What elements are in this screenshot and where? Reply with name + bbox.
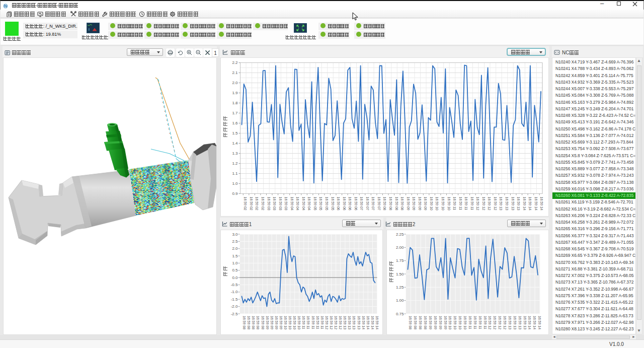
svg-text:16:59:13: 16:59:13 [343,316,347,329]
svg-text:16:59:14: 16:59:14 [534,197,538,211]
svg-text:16:59:08: 16:59:08 [389,197,392,211]
svg-text:16:59:12: 16:59:12 [334,316,338,329]
svg-text:16:59:10: 16:59:10 [458,316,462,329]
svg-text:16:59:09: 16:59:09 [429,316,432,329]
svg-text:16:59:14: 16:59:14 [533,316,536,329]
svg-text:1.7: 1.7 [232,111,238,115]
svg-text:16:59:07: 16:59:07 [366,197,369,211]
svg-text:16:59:10: 16:59:10 [293,316,296,329]
svg-text:16:59:04: 16:59:04 [296,197,299,211]
svg-text:0.0: 0.0 [232,275,238,280]
svg-text:16:59:12: 16:59:12 [330,316,333,329]
svg-text:16:59:07: 16:59:07 [360,197,363,211]
svg-text:2.5: 2.5 [232,239,238,244]
svg-text:16:59:09: 16:59:09 [418,197,422,211]
svg-text:16:59:03: 16:59:03 [273,197,276,211]
svg-text:16:59:09: 16:59:09 [412,197,416,211]
svg-text:16:59:13: 16:59:13 [513,316,517,329]
svg-text:1.9: 1.9 [232,91,238,95]
svg-text:1.4: 1.4 [232,141,238,146]
svg-text:16:59:10: 16:59:10 [447,197,451,211]
svg-text:16:59:10: 16:59:10 [297,316,301,329]
svg-text:16:59:13: 16:59:13 [518,316,522,329]
svg-text:16:59:14: 16:59:14 [523,197,526,211]
svg-text:1.6: 1.6 [232,121,238,125]
svg-text:16:59:02: 16:59:02 [261,197,265,211]
svg-text:16:59:10: 16:59:10 [441,197,445,211]
svg-text:16:59:12: 16:59:12 [488,197,491,211]
svg-text:16:59:09: 16:59:09 [279,316,283,329]
svg-text:16:59:13: 16:59:13 [357,316,361,329]
svg-text:16:59:08: 16:59:08 [247,316,251,329]
svg-text:0.9: 0.9 [232,191,238,196]
svg-text:16:59:11: 16:59:11 [484,316,487,329]
svg-text:16:59:09: 16:59:09 [407,197,410,211]
svg-text:16:59:06: 16:59:06 [348,197,352,211]
svg-text:16:59:11: 16:59:11 [478,316,482,329]
svg-text:16:59:13: 16:59:13 [499,197,503,211]
svg-text:16:59:14: 16:59:14 [366,316,370,329]
svg-text:2.00: 2.00 [396,245,404,250]
svg-text:16:59:13: 16:59:13 [523,316,527,329]
svg-text:16:59:11: 16:59:11 [470,197,474,211]
svg-text:-2.5: -2.5 [231,312,238,316]
svg-text:16:59:02: 16:59:02 [255,197,259,211]
svg-text:1.0: 1.0 [232,181,238,186]
svg-text:16:59:08: 16:59:08 [243,316,246,329]
svg-text:16:59:12: 16:59:12 [488,316,492,329]
svg-text:1.0: 1.0 [232,261,238,265]
svg-text:16:59:11: 16:59:11 [311,316,315,329]
svg-text:16:59:05: 16:59:05 [325,197,329,211]
svg-text:16:59:08: 16:59:08 [261,316,265,329]
svg-text:16:59:10: 16:59:10 [453,316,457,329]
svg-text:16:59:07: 16:59:07 [377,197,381,211]
svg-text:1.3: 1.3 [232,151,238,156]
svg-text:16:59:12: 16:59:12 [503,316,507,329]
svg-text:16:59:12: 16:59:12 [498,316,502,329]
svg-text:16:59:14: 16:59:14 [362,316,365,329]
svg-text:16:59:08: 16:59:08 [383,197,386,211]
svg-text:16:59:06: 16:59:06 [343,197,346,211]
svg-text:1.8: 1.8 [232,101,238,105]
svg-text:16:59:10: 16:59:10 [435,197,439,211]
svg-text:1.2: 1.2 [232,161,238,166]
svg-text:-0.5: -0.5 [231,283,238,287]
svg-text:-2.0: -2.0 [231,304,238,309]
svg-text:16:59:09: 16:59:09 [275,316,278,329]
svg-text:16:59:11: 16:59:11 [453,197,456,211]
svg-text:16:59:13: 16:59:13 [352,316,356,329]
svg-text:16:59:08: 16:59:08 [400,197,404,211]
svg-text:16:59:12: 16:59:12 [482,197,486,211]
svg-text:16:59:13: 16:59:13 [508,316,512,329]
svg-text:16:59:05: 16:59:05 [313,197,317,211]
svg-text:16:59:14: 16:59:14 [375,316,379,329]
svg-text:16:59:04: 16:59:04 [290,197,294,211]
svg-text:16:59:11: 16:59:11 [459,197,462,211]
svg-text:1.1: 1.1 [232,171,238,176]
svg-text:16:59:04: 16:59:04 [307,197,311,211]
svg-text:0.5: 0.5 [232,268,238,272]
svg-text:3.0: 3.0 [232,232,238,237]
svg-text:16:59:08: 16:59:08 [414,316,417,329]
svg-text:16:59:08: 16:59:08 [256,316,260,329]
svg-text:16:59:11: 16:59:11 [473,316,477,329]
svg-text:16:59:12: 16:59:12 [493,316,497,329]
svg-text:16:59:03: 16:59:03 [284,197,288,211]
svg-text:1.5: 1.5 [232,131,238,135]
svg-text:16:59:04: 16:59:04 [302,197,305,211]
svg-text:16:59:05: 16:59:05 [319,197,323,211]
svg-text:0.75: 0.75 [396,312,404,316]
svg-text:16:59:07: 16:59:07 [371,197,375,211]
svg-text:16:59:12: 16:59:12 [494,197,497,211]
svg-text:16:59:13: 16:59:13 [511,197,515,211]
svg-text:16:59:14: 16:59:14 [528,316,531,329]
svg-text:16:59:11: 16:59:11 [468,316,472,329]
svg-text:16:59:08: 16:59:08 [252,316,255,329]
svg-text:-1.0: -1.0 [231,290,238,294]
svg-text:16:59:02: 16:59:02 [250,197,253,211]
svg-text:16:59:10: 16:59:10 [463,316,467,329]
svg-text:16:59:08: 16:59:08 [419,316,422,329]
svg-text:16:59:10: 16:59:10 [430,197,433,211]
svg-text:16:59:03: 16:59:03 [267,197,271,211]
svg-text:16:59:09: 16:59:09 [424,197,427,211]
